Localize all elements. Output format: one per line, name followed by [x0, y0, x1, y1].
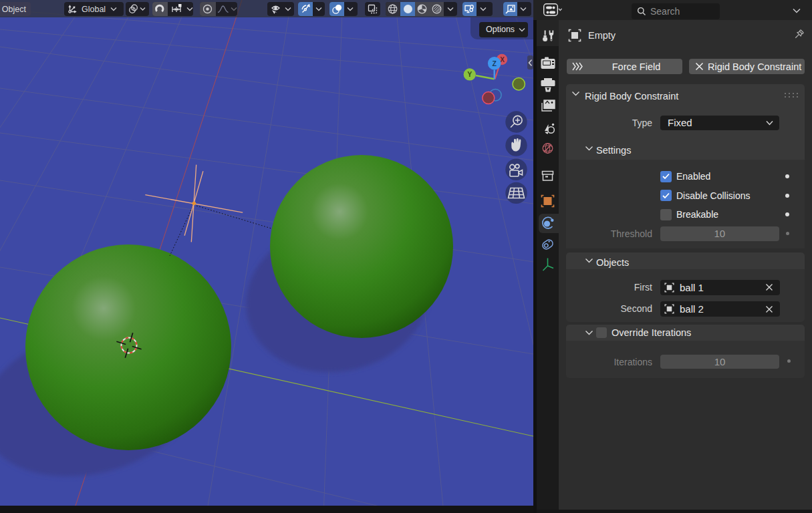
svg-text:Z: Z: [492, 59, 497, 67]
svg-text:Y: Y: [467, 70, 472, 78]
